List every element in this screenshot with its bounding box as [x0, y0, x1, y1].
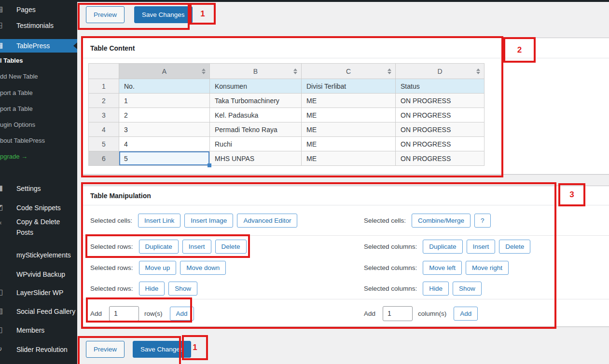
insert-image-button[interactable]: Insert Image	[184, 214, 233, 228]
sidebar-item-layerslider-wp[interactable]: ◧ LayerSlider WP	[0, 286, 77, 299]
cell-a3[interactable]: 2	[119, 108, 210, 122]
move-rows-up-button[interactable]: Move up	[139, 261, 177, 275]
advanced-editor-button[interactable]: Advanced Editor	[237, 214, 297, 228]
corner-cell[interactable]	[89, 64, 119, 79]
insert-link-button[interactable]: Insert Link	[138, 214, 180, 228]
delete-rows-button[interactable]: Delete	[215, 240, 247, 254]
preview-button[interactable]: Preview	[86, 6, 125, 23]
sort-icon[interactable]	[293, 68, 297, 74]
sidebar-item-slider-revolution[interactable]: ↻ Slider Revolution	[0, 343, 77, 356]
add-rows-count-input[interactable]	[109, 306, 139, 321]
cell-d1[interactable]: Status	[396, 79, 484, 94]
sidebar-subitem-export-a-table[interactable]: port a Table	[0, 103, 77, 114]
table-row: 6 5 MHS UNPAS ME ON PROGRESS	[89, 151, 484, 166]
show-columns-button[interactable]: Show	[453, 282, 482, 296]
layerslider-icon: ◧	[0, 288, 5, 297]
save-changes-button[interactable]: Save Changes	[134, 6, 193, 23]
table-manipulation-title: Table Manipulation	[83, 186, 609, 205]
hide-rows-button[interactable]: Hide	[139, 282, 165, 296]
combine-merge-help-button[interactable]: ?	[474, 214, 491, 228]
column-header-c[interactable]: C	[302, 64, 396, 79]
cell-d6[interactable]: ON PROGRESS	[396, 151, 484, 166]
testimonials-icon: ◳	[0, 21, 5, 29]
pages-icon: ▤	[0, 5, 5, 13]
column-header-row: A B C D	[89, 64, 484, 79]
cell-c2[interactable]: ME	[302, 94, 396, 108]
cell-c3[interactable]: ME	[302, 108, 396, 122]
code-snippets-icon: ◩	[0, 203, 5, 212]
sidebar-item-label: Testimonials	[0, 22, 54, 29]
sidebar-subitem-about-tablepress[interactable]: bout TablePress	[0, 135, 77, 146]
column-header-a[interactable]: A	[119, 64, 210, 79]
cell-a1[interactable]: No.	[119, 79, 210, 94]
add-columns-prefix-label: Add	[364, 310, 375, 317]
cell-c1[interactable]: Divisi Terlibat	[302, 79, 396, 94]
table-row: 2 1 Taka Turbomachinery ME ON PROGRESS	[89, 94, 484, 108]
admin-sidebar: ▤ Pages ◳ Testimonials ▦ TablePress l Ta…	[0, 0, 77, 364]
duplicate-rows-button[interactable]: Duplicate	[139, 240, 179, 254]
sort-icon[interactable]	[476, 68, 480, 74]
cell-b4[interactable]: Permadi Tekno Raya	[210, 122, 302, 137]
combine-merge-button[interactable]: Combine/Merge	[412, 214, 471, 228]
sidebar-item-copy-delete-posts[interactable]: ✂ Copy & Delete Posts	[0, 217, 77, 238]
cell-a4[interactable]: 3	[119, 122, 210, 137]
preview-button-bottom[interactable]: Preview	[86, 341, 125, 358]
copy-delete-posts-icon: ✂	[0, 219, 5, 228]
table-row: 1 No. Konsumen Divisi Terlibat Status	[89, 79, 484, 94]
cell-d4[interactable]: ON PROGRESS	[396, 122, 484, 137]
sidebar-subitem-plugin-options[interactable]: ugin Options	[0, 119, 77, 130]
cell-c4[interactable]: ME	[302, 122, 396, 137]
sidebar-item-testimonials[interactable]: ◳ Testimonials	[0, 19, 77, 32]
save-changes-button-bottom[interactable]: Save Changes	[133, 341, 191, 358]
cell-b3[interactable]: Kel. Padasuka	[210, 108, 302, 122]
cell-c5[interactable]: ME	[302, 137, 396, 151]
cell-b2[interactable]: Taka Turbomachinery	[210, 94, 302, 108]
column-header-d[interactable]: D	[396, 64, 484, 79]
sidebar-subitem-import-a-table[interactable]: port a Table	[0, 87, 77, 98]
cell-c6[interactable]: ME	[302, 151, 396, 166]
sidebar-item-settings[interactable]: ◨ Settings	[0, 182, 77, 195]
admin-top-bar	[0, 0, 609, 2]
show-rows-button[interactable]: Show	[168, 282, 197, 296]
delete-columns-button[interactable]: Delete	[499, 240, 530, 254]
selected-columns-label: Selected columns:	[364, 285, 417, 292]
insert-columns-button[interactable]: Insert	[467, 240, 496, 254]
table-content-panel: Table Content A B C D 1 No.	[82, 38, 609, 175]
sidebar-item-social-feed-gallery[interactable]: ▥ Social Feed Gallery	[0, 305, 77, 318]
sidebar-subitem-all-tables[interactable]: l Tables	[0, 55, 77, 66]
cell-a2[interactable]: 1	[119, 94, 210, 108]
column-header-b[interactable]: B	[210, 64, 302, 79]
add-rows-unit-label: row(s)	[144, 310, 163, 317]
add-rows-button[interactable]: Add	[170, 307, 194, 321]
sort-icon[interactable]	[202, 68, 206, 74]
add-columns-button[interactable]: Add	[454, 307, 478, 321]
move-rows-down-button[interactable]: Move down	[180, 261, 226, 275]
cell-b5[interactable]: Ruchi	[210, 137, 302, 151]
sidebar-item-code-snippets[interactable]: ◩ Code Snippets	[0, 201, 77, 215]
cell-d3[interactable]: ON PROGRESS	[396, 108, 484, 122]
add-rows-prefix-label: Add	[90, 310, 102, 317]
manipulation-row-duplicate: Selected rows: Duplicate Insert Delete S…	[83, 236, 609, 257]
cell-a5[interactable]: 4	[119, 137, 210, 151]
selected-cell-a6[interactable]: 5	[119, 151, 210, 166]
hide-columns-button[interactable]: Hide	[423, 282, 449, 296]
sidebar-item-mystickyelements[interactable]: myStickyelements	[0, 248, 77, 262]
sidebar-item-pages[interactable]: ▤ Pages	[0, 3, 77, 16]
cell-b6[interactable]: MHS UNPAS	[210, 151, 302, 166]
insert-rows-button[interactable]: Insert	[182, 240, 211, 254]
add-columns-count-input[interactable]	[383, 306, 413, 321]
sidebar-subitem-add-new-table[interactable]: dd New Table	[0, 71, 77, 81]
selected-rows-label: Selected rows:	[90, 243, 133, 250]
sidebar-item-members[interactable]: ◫ Members	[0, 324, 77, 337]
move-columns-left-button[interactable]: Move left	[423, 261, 462, 275]
move-columns-right-button[interactable]: Move right	[466, 261, 509, 275]
sidebar-item-tablepress[interactable]: ▦ TablePress	[0, 39, 77, 53]
sidebar-subitem-upgrade[interactable]: pgrade →	[0, 151, 77, 162]
sort-icon[interactable]	[388, 68, 391, 74]
cell-b1[interactable]: Konsumen	[210, 79, 302, 94]
cell-d5[interactable]: ON PROGRESS	[396, 137, 484, 151]
sidebar-item-wpvivid-backup[interactable]: ◔ WPvivid Backup	[0, 268, 77, 281]
cell-d2[interactable]: ON PROGRESS	[396, 94, 484, 108]
cell-drag-handle[interactable]	[208, 163, 211, 167]
duplicate-columns-button[interactable]: Duplicate	[423, 240, 462, 254]
